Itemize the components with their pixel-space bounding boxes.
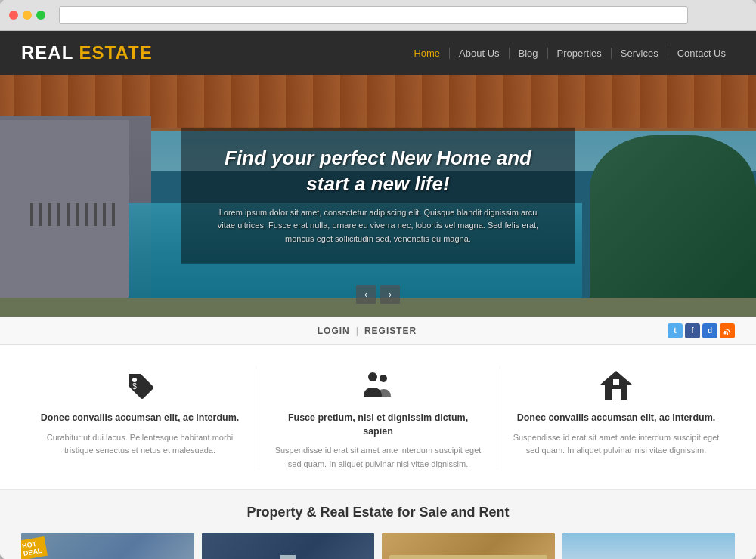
site-header: REAL ESTATE Home About Us Blog Propertie… [0,31,756,75]
login-bar: LOGIN | REGISTER t f d [0,317,756,345]
nav-link-blog[interactable]: Blog [510,48,548,59]
hero-next-button[interactable]: › [380,285,400,304]
browser-chrome [0,0,756,31]
house-icon [599,368,634,403]
svg-point-4 [380,375,387,382]
property-card-1[interactable] [202,533,375,559]
svg-point-3 [368,372,377,381]
twitter-icon[interactable]: t [668,323,683,338]
feature-item-2: Donec convallis accumsan elit, ac interd… [497,366,735,471]
nav-item-blog[interactable]: Blog [510,46,548,60]
logo-estate: ESTATE [79,42,153,63]
logo-real: REAL [21,42,73,63]
nav-link-services[interactable]: Services [612,48,668,59]
svg-text:$: $ [132,382,137,391]
browser-window: REAL ESTATE Home About Us Blog Propertie… [0,0,756,559]
properties-section-title: Property & Real Estate for Sale and Rent [21,505,735,520]
register-link[interactable]: REGISTER [358,326,423,336]
property-building [389,555,547,559]
main-nav: Home About Us Blog Properties Services C… [404,46,735,60]
property-img-3 [562,533,736,559]
feature-title-1: Fusce pretium, nisl et dignissim dictum,… [274,412,482,438]
feature-icon-1 [274,366,482,404]
nav-item-services[interactable]: Services [612,46,668,60]
nav-item-about[interactable]: About Us [450,46,509,60]
nav-item-contact[interactable]: Contact Us [668,46,735,60]
tag-icon: $ [122,368,157,403]
hero-title: Find your perfect New Home and start a n… [212,146,544,197]
feature-item-1: Fusce pretium, nisl et dignissim dictum,… [259,366,497,471]
nav-link-about[interactable]: About Us [450,48,509,59]
rss-icon[interactable] [720,323,735,338]
hero-section: Find your perfect New Home and start a n… [0,75,756,317]
hero-prev-button[interactable]: ‹ [356,285,376,304]
feature-icon-2 [513,366,720,404]
hero-content: Find your perfect New Home and start a n… [181,128,575,264]
delicious-icon[interactable]: d [702,323,717,338]
address-bar[interactable] [59,6,688,24]
feature-title-2: Donec convallis accumsan elit, ac interd… [513,412,720,425]
features-section: $ Donec convallis accumsan elit, ac inte… [0,345,756,490]
feature-title-0: Donec convallis accumsan elit, ac interd… [36,412,243,425]
properties-grid: HOTDEAL [21,533,735,559]
hero-slider-controls: ‹ › [356,285,400,304]
nav-link-contact[interactable]: Contact Us [668,48,735,59]
svg-rect-7 [613,379,619,385]
property-card-2[interactable] [382,533,555,559]
login-links: LOGIN | REGISTER [67,326,668,336]
nav-link-properties[interactable]: Properties [548,48,612,59]
browser-minimize-btn[interactable] [23,11,32,20]
people-icon [361,368,395,403]
facebook-icon[interactable]: f [685,323,700,338]
feature-desc-2: Suspendisse id erat sit amet ante interd… [513,431,720,458]
login-link[interactable]: LOGIN [311,326,356,336]
browser-content: REAL ESTATE Home About Us Blog Propertie… [0,31,756,559]
site-logo[interactable]: REAL ESTATE [21,42,153,63]
properties-section: Property & Real Estate for Sale and Rent… [0,490,756,559]
feature-desc-0: Curabitur ut dui lacus. Pellentesque hab… [36,431,243,458]
feature-desc-1: Suspendisse id erat sit amet ante interd… [274,444,482,471]
svg-point-0 [724,332,727,334]
property-tower [280,555,296,559]
hero-description: Lorem ipsum dolor sit amet, consectetur … [212,205,544,246]
nav-item-properties[interactable]: Properties [548,46,612,60]
feature-icon-0: $ [36,366,243,404]
property-card-3[interactable] [562,533,736,559]
svg-rect-6 [612,389,621,400]
hot-deal-badge: HOTDEAL [21,536,47,559]
browser-maximize-btn[interactable] [36,11,45,20]
nav-item-home[interactable]: Home [404,46,450,60]
social-icons: t f d [668,323,735,338]
nav-link-home[interactable]: Home [404,48,450,59]
browser-close-btn[interactable] [9,11,18,20]
feature-item-0: $ Donec convallis accumsan elit, ac inte… [21,366,259,471]
property-card-0[interactable]: HOTDEAL [21,533,194,559]
